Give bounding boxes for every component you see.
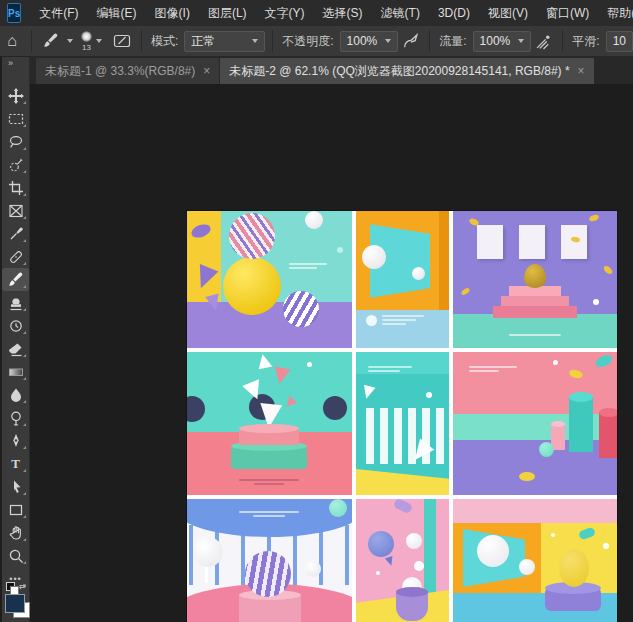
menu-select[interactable]: 选择(S) <box>314 0 372 26</box>
deco-striped-ball <box>229 213 275 259</box>
watermark <box>368 364 414 374</box>
deco-yellow-egg <box>559 549 589 587</box>
watermark-logo <box>366 315 377 326</box>
pen-pressure-icon <box>402 33 419 50</box>
watermark <box>239 509 299 519</box>
deco-cylinder-top <box>569 392 593 402</box>
menu-filter[interactable]: 滤镜(T) <box>372 0 429 26</box>
deco-dot <box>307 362 312 367</box>
toggle-brush-panel-icon[interactable] <box>110 29 134 53</box>
blend-mode-select[interactable]: 正常 <box>184 31 265 52</box>
menu-edit[interactable]: 编辑(E) <box>88 0 146 26</box>
deco-dot <box>603 543 609 549</box>
tab-title: 未标题-1 @ 33.3%(RGB/8#) <box>45 63 195 80</box>
gradient-tool[interactable] <box>2 360 29 383</box>
menu-bar: Ps 文件(F) 编辑(E) 图像(I) 图层(L) 文字(Y) 选择(S) 滤… <box>0 0 633 27</box>
deco-white-sphere <box>414 561 424 571</box>
separator <box>562 30 563 52</box>
menu-3d[interactable]: 3D(D) <box>429 0 479 26</box>
deco-cylinder-top <box>239 424 299 433</box>
lasso-tool[interactable] <box>2 130 29 153</box>
watermark <box>509 332 561 338</box>
healing-brush-tool[interactable] <box>2 245 29 268</box>
type-tool[interactable]: T <box>2 452 29 475</box>
chevron-down-icon[interactable] <box>96 39 102 43</box>
menu-view[interactable]: 视图(V) <box>479 0 537 26</box>
hand-tool[interactable] <box>2 521 29 544</box>
menu-help[interactable]: 帮助(H) <box>598 0 633 26</box>
path-selection-tool[interactable] <box>2 475 29 498</box>
deco-gold-bag <box>524 264 546 288</box>
artwork-cell-2 <box>356 211 449 348</box>
chevron-down-icon[interactable] <box>67 39 73 43</box>
menu-layer[interactable]: 图层(L) <box>199 0 256 26</box>
quick-selection-tool[interactable] <box>2 153 29 176</box>
deco-white-sphere <box>412 267 425 280</box>
clone-stamp-tool[interactable] <box>2 291 29 314</box>
deco-podium-step <box>501 296 569 306</box>
document-canvas[interactable] <box>187 211 617 622</box>
tab-untitled-1[interactable]: 未标题-1 @ 33.3%(RGB/8#) × <box>36 58 219 84</box>
deco-white-sphere <box>362 245 386 269</box>
eraser-tool[interactable] <box>2 337 29 360</box>
deco-dot <box>593 299 599 305</box>
dodge-tool[interactable] <box>2 406 29 429</box>
menu-file[interactable]: 文件(F) <box>30 0 87 26</box>
tab-close-icon[interactable]: × <box>203 64 210 78</box>
move-tool[interactable] <box>2 84 29 107</box>
deco-dot <box>553 360 558 365</box>
smoothing-label: 平滑: <box>572 33 599 50</box>
menu-window[interactable]: 窗口(W) <box>537 0 598 26</box>
brush-preset-picker[interactable]: 13 <box>81 31 92 52</box>
deco-coin <box>602 264 614 275</box>
tab-close-icon[interactable]: × <box>578 64 585 78</box>
deco-cone <box>361 385 376 401</box>
brush-tool-preset-icon[interactable] <box>39 29 63 53</box>
menu-image[interactable]: 图像(I) <box>146 0 199 26</box>
default-colors-icon[interactable] <box>6 582 15 591</box>
deco-white-sphere <box>477 535 509 567</box>
deco-white-sphere <box>193 537 223 567</box>
home-icon[interactable]: ⌂ <box>0 29 24 53</box>
deco-frame <box>477 225 503 259</box>
brush-icon <box>43 33 59 49</box>
deco-podium-step <box>493 306 577 318</box>
deco-white-sphere <box>305 211 323 229</box>
toolbar-collapse-button[interactable]: » <box>2 57 29 70</box>
blur-tool[interactable] <box>2 383 29 406</box>
rectangle-tool[interactable] <box>2 498 29 521</box>
tab-untitled-2[interactable]: 未标题-2 @ 62.1% (QQ浏览器截图20200928145141, RG… <box>220 58 593 84</box>
frame-tool[interactable] <box>2 199 29 222</box>
opacity-select[interactable]: 100% <box>340 31 399 52</box>
pressure-opacity-icon[interactable] <box>398 29 422 53</box>
history-brush-tool[interactable] <box>2 314 29 337</box>
deco-column <box>319 525 323 585</box>
deco-teal-strip <box>424 499 436 597</box>
tool-options-bar: ⌂ 13 模式: 正常 不透明度: 100% 流量: 100% 平滑: <box>0 26 633 57</box>
brush-tool[interactable] <box>2 268 29 291</box>
eyedropper-tool[interactable] <box>2 222 29 245</box>
deco-balloon <box>368 531 394 557</box>
swap-colors-icon[interactable]: ⇄ <box>19 582 26 591</box>
separator <box>31 30 32 52</box>
deco-slat <box>366 408 374 464</box>
deco-dot <box>376 571 380 575</box>
rectangular-marquee-tool[interactable] <box>2 107 29 130</box>
deco-yellow-sphere <box>223 257 281 315</box>
deco-column <box>345 525 349 585</box>
opacity-value: 100% <box>347 34 378 48</box>
foreground-color-swatch[interactable] <box>5 594 25 613</box>
separator <box>141 30 142 52</box>
tab-title: 未标题-2 @ 62.1% (QQ浏览器截图20200928145141, RG… <box>229 63 569 80</box>
menu-type[interactable]: 文字(Y) <box>256 0 314 26</box>
artwork-cell-3 <box>453 211 617 348</box>
airbrush-icon[interactable] <box>531 29 555 53</box>
zoom-tool[interactable] <box>2 544 29 567</box>
tools-panel: » T ••• ⇄ <box>2 57 30 622</box>
watermark <box>382 313 426 327</box>
smoothing-select[interactable]: 10 <box>606 31 633 52</box>
crop-tool[interactable] <box>2 176 29 199</box>
deco-drip <box>205 567 208 583</box>
flow-select[interactable]: 100% <box>473 31 532 52</box>
pen-tool[interactable] <box>2 429 29 452</box>
